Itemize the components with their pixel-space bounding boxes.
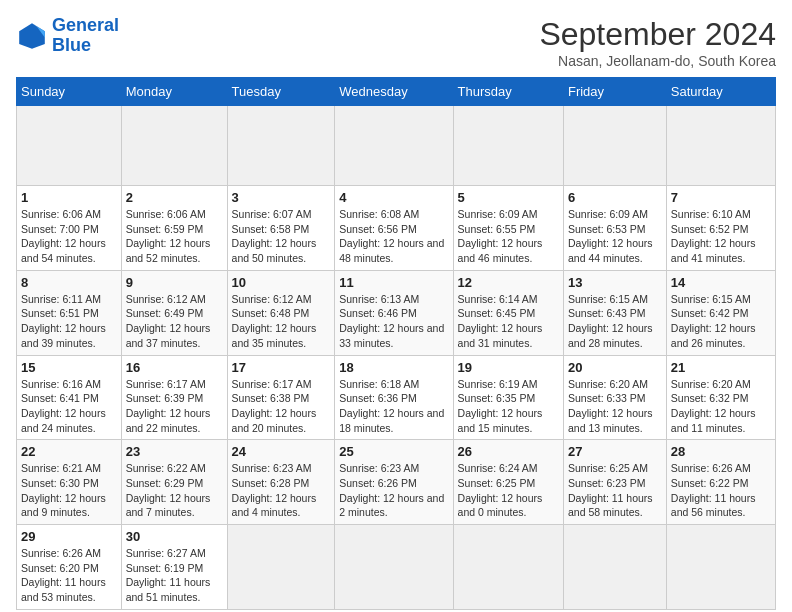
day-number: 4 xyxy=(339,190,448,205)
day-number: 7 xyxy=(671,190,771,205)
day-info: Sunrise: 6:21 AM Sunset: 6:30 PM Dayligh… xyxy=(21,461,117,520)
calendar-cell xyxy=(666,106,775,186)
day-number: 1 xyxy=(21,190,117,205)
header-saturday: Saturday xyxy=(666,78,775,106)
calendar-cell: 8 Sunrise: 6:11 AM Sunset: 6:51 PM Dayli… xyxy=(17,270,122,355)
day-info: Sunrise: 6:16 AM Sunset: 6:41 PM Dayligh… xyxy=(21,377,117,436)
calendar-cell xyxy=(227,106,335,186)
calendar-cell: 3 Sunrise: 6:07 AM Sunset: 6:58 PM Dayli… xyxy=(227,186,335,271)
day-number: 16 xyxy=(126,360,223,375)
calendar-cell xyxy=(563,106,666,186)
logo-text: General Blue xyxy=(52,16,119,56)
calendar-cell: 28 Sunrise: 6:26 AM Sunset: 6:22 PM Dayl… xyxy=(666,440,775,525)
day-info: Sunrise: 6:12 AM Sunset: 6:48 PM Dayligh… xyxy=(232,292,331,351)
day-info: Sunrise: 6:26 AM Sunset: 6:22 PM Dayligh… xyxy=(671,461,771,520)
title-block: September 2024 Nasan, Jeollanam-do, Sout… xyxy=(539,16,776,69)
day-number: 10 xyxy=(232,275,331,290)
day-info: Sunrise: 6:09 AM Sunset: 6:53 PM Dayligh… xyxy=(568,207,662,266)
calendar-cell: 5 Sunrise: 6:09 AM Sunset: 6:55 PM Dayli… xyxy=(453,186,563,271)
day-info: Sunrise: 6:19 AM Sunset: 6:35 PM Dayligh… xyxy=(458,377,559,436)
calendar-cell: 12 Sunrise: 6:14 AM Sunset: 6:45 PM Dayl… xyxy=(453,270,563,355)
day-number: 14 xyxy=(671,275,771,290)
calendar-week-row: 8 Sunrise: 6:11 AM Sunset: 6:51 PM Dayli… xyxy=(17,270,776,355)
day-number: 17 xyxy=(232,360,331,375)
header-thursday: Thursday xyxy=(453,78,563,106)
day-info: Sunrise: 6:11 AM Sunset: 6:51 PM Dayligh… xyxy=(21,292,117,351)
day-info: Sunrise: 6:22 AM Sunset: 6:29 PM Dayligh… xyxy=(126,461,223,520)
calendar-cell xyxy=(335,525,453,610)
day-info: Sunrise: 6:10 AM Sunset: 6:52 PM Dayligh… xyxy=(671,207,771,266)
calendar-cell: 11 Sunrise: 6:13 AM Sunset: 6:46 PM Dayl… xyxy=(335,270,453,355)
day-number: 30 xyxy=(126,529,223,544)
day-number: 20 xyxy=(568,360,662,375)
header-friday: Friday xyxy=(563,78,666,106)
day-info: Sunrise: 6:06 AM Sunset: 7:00 PM Dayligh… xyxy=(21,207,117,266)
day-info: Sunrise: 6:20 AM Sunset: 6:32 PM Dayligh… xyxy=(671,377,771,436)
calendar-cell xyxy=(335,106,453,186)
day-info: Sunrise: 6:14 AM Sunset: 6:45 PM Dayligh… xyxy=(458,292,559,351)
page-header: General Blue September 2024 Nasan, Jeoll… xyxy=(16,16,776,69)
logo-line2: Blue xyxy=(52,35,91,55)
day-number: 11 xyxy=(339,275,448,290)
day-number: 26 xyxy=(458,444,559,459)
day-info: Sunrise: 6:13 AM Sunset: 6:46 PM Dayligh… xyxy=(339,292,448,351)
day-number: 29 xyxy=(21,529,117,544)
calendar-cell: 16 Sunrise: 6:17 AM Sunset: 6:39 PM Dayl… xyxy=(121,355,227,440)
day-info: Sunrise: 6:26 AM Sunset: 6:20 PM Dayligh… xyxy=(21,546,117,605)
day-number: 28 xyxy=(671,444,771,459)
calendar-cell: 14 Sunrise: 6:15 AM Sunset: 6:42 PM Dayl… xyxy=(666,270,775,355)
calendar-cell: 18 Sunrise: 6:18 AM Sunset: 6:36 PM Dayl… xyxy=(335,355,453,440)
calendar-cell: 2 Sunrise: 6:06 AM Sunset: 6:59 PM Dayli… xyxy=(121,186,227,271)
calendar-cell xyxy=(453,525,563,610)
calendar-cell xyxy=(453,106,563,186)
calendar-week-row: 15 Sunrise: 6:16 AM Sunset: 6:41 PM Dayl… xyxy=(17,355,776,440)
day-number: 27 xyxy=(568,444,662,459)
svg-marker-0 xyxy=(19,23,45,49)
day-number: 8 xyxy=(21,275,117,290)
day-number: 2 xyxy=(126,190,223,205)
day-number: 3 xyxy=(232,190,331,205)
day-number: 19 xyxy=(458,360,559,375)
day-info: Sunrise: 6:07 AM Sunset: 6:58 PM Dayligh… xyxy=(232,207,331,266)
calendar-cell xyxy=(563,525,666,610)
calendar-cell: 26 Sunrise: 6:24 AM Sunset: 6:25 PM Dayl… xyxy=(453,440,563,525)
day-number: 25 xyxy=(339,444,448,459)
location-subtitle: Nasan, Jeollanam-do, South Korea xyxy=(539,53,776,69)
calendar-cell: 30 Sunrise: 6:27 AM Sunset: 6:19 PM Dayl… xyxy=(121,525,227,610)
day-number: 23 xyxy=(126,444,223,459)
calendar-table: Sunday Monday Tuesday Wednesday Thursday… xyxy=(16,77,776,610)
calendar-cell: 24 Sunrise: 6:23 AM Sunset: 6:28 PM Dayl… xyxy=(227,440,335,525)
day-number: 13 xyxy=(568,275,662,290)
calendar-cell: 19 Sunrise: 6:19 AM Sunset: 6:35 PM Dayl… xyxy=(453,355,563,440)
calendar-week-row: 22 Sunrise: 6:21 AM Sunset: 6:30 PM Dayl… xyxy=(17,440,776,525)
day-info: Sunrise: 6:25 AM Sunset: 6:23 PM Dayligh… xyxy=(568,461,662,520)
calendar-week-row: 29 Sunrise: 6:26 AM Sunset: 6:20 PM Dayl… xyxy=(17,525,776,610)
day-info: Sunrise: 6:17 AM Sunset: 6:39 PM Dayligh… xyxy=(126,377,223,436)
calendar-week-row: 1 Sunrise: 6:06 AM Sunset: 7:00 PM Dayli… xyxy=(17,186,776,271)
day-info: Sunrise: 6:06 AM Sunset: 6:59 PM Dayligh… xyxy=(126,207,223,266)
calendar-cell: 13 Sunrise: 6:15 AM Sunset: 6:43 PM Dayl… xyxy=(563,270,666,355)
day-number: 18 xyxy=(339,360,448,375)
calendar-cell: 29 Sunrise: 6:26 AM Sunset: 6:20 PM Dayl… xyxy=(17,525,122,610)
day-info: Sunrise: 6:27 AM Sunset: 6:19 PM Dayligh… xyxy=(126,546,223,605)
calendar-cell: 1 Sunrise: 6:06 AM Sunset: 7:00 PM Dayli… xyxy=(17,186,122,271)
day-info: Sunrise: 6:23 AM Sunset: 6:26 PM Dayligh… xyxy=(339,461,448,520)
header-sunday: Sunday xyxy=(17,78,122,106)
day-number: 21 xyxy=(671,360,771,375)
logo-icon xyxy=(16,20,48,52)
day-info: Sunrise: 6:15 AM Sunset: 6:43 PM Dayligh… xyxy=(568,292,662,351)
calendar-week-row xyxy=(17,106,776,186)
calendar-cell: 10 Sunrise: 6:12 AM Sunset: 6:48 PM Dayl… xyxy=(227,270,335,355)
calendar-cell xyxy=(121,106,227,186)
calendar-cell xyxy=(17,106,122,186)
calendar-cell: 20 Sunrise: 6:20 AM Sunset: 6:33 PM Dayl… xyxy=(563,355,666,440)
day-number: 22 xyxy=(21,444,117,459)
calendar-cell: 7 Sunrise: 6:10 AM Sunset: 6:52 PM Dayli… xyxy=(666,186,775,271)
calendar-cell: 9 Sunrise: 6:12 AM Sunset: 6:49 PM Dayli… xyxy=(121,270,227,355)
calendar-cell: 4 Sunrise: 6:08 AM Sunset: 6:56 PM Dayli… xyxy=(335,186,453,271)
calendar-cell: 17 Sunrise: 6:17 AM Sunset: 6:38 PM Dayl… xyxy=(227,355,335,440)
calendar-cell: 27 Sunrise: 6:25 AM Sunset: 6:23 PM Dayl… xyxy=(563,440,666,525)
calendar-cell: 25 Sunrise: 6:23 AM Sunset: 6:26 PM Dayl… xyxy=(335,440,453,525)
day-number: 15 xyxy=(21,360,117,375)
calendar-cell: 21 Sunrise: 6:20 AM Sunset: 6:32 PM Dayl… xyxy=(666,355,775,440)
